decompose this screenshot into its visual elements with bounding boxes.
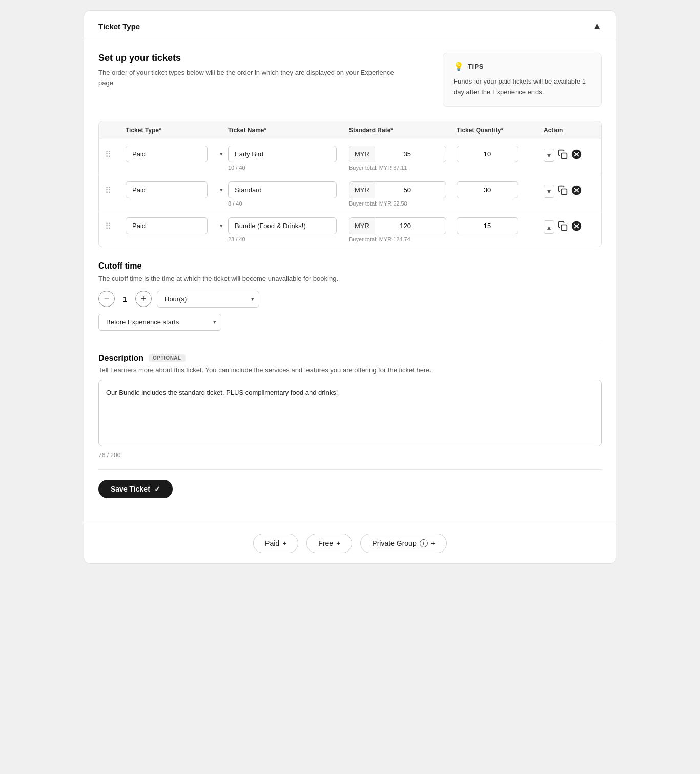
- qty-cell: [457, 146, 544, 162]
- ticket-type-select[interactable]: Paid Free: [126, 217, 208, 234]
- col-rate: Standard Rate*: [349, 127, 457, 134]
- type-select-arrow-icon: ▾: [220, 187, 223, 193]
- save-divider: [98, 469, 602, 470]
- section-divider: [98, 343, 602, 343]
- drag-handle[interactable]: ⠿: [105, 181, 126, 195]
- tips-label: TIPS: [468, 63, 484, 70]
- add-free-button[interactable]: Free +: [306, 534, 352, 553]
- ticket-name-count: 23 / 40: [228, 236, 349, 242]
- col-drag: [105, 127, 126, 134]
- table-row: ⠿ Paid Free ▾ 23 / 40 M: [99, 211, 601, 247]
- remove-button[interactable]: [571, 149, 582, 162]
- period-select[interactable]: Hour(s) Day(s) Week(s): [157, 291, 259, 308]
- ticket-name-cell: 8 / 40: [228, 181, 349, 207]
- row-chevron-button[interactable]: ▾: [544, 149, 554, 162]
- row-chevron-button[interactable]: ▴: [544, 220, 554, 234]
- qty-input[interactable]: [457, 181, 518, 198]
- add-free-plus-icon: +: [336, 539, 340, 547]
- type-select-wrap: Paid Free ▾: [126, 181, 228, 198]
- stepper-decrement-button[interactable]: −: [98, 291, 115, 307]
- rate-input-wrap: MYR: [349, 146, 446, 162]
- type-select-wrap: Paid Free ▾: [126, 146, 228, 162]
- rate-cell: MYR Buyer total: MYR 52.58: [349, 181, 457, 207]
- row-chevron-button[interactable]: ▾: [544, 185, 554, 198]
- save-ticket-button[interactable]: Save Ticket ✓: [98, 480, 173, 498]
- qty-input[interactable]: [457, 146, 518, 162]
- col-type: Ticket Type*: [126, 127, 228, 134]
- drag-handle[interactable]: ⠿: [105, 146, 126, 159]
- type-select-wrap: Paid Free ▾: [126, 217, 228, 234]
- remove-button[interactable]: [571, 185, 582, 198]
- description-textarea[interactable]: Our Bundle includes the standard ticket,…: [98, 380, 602, 446]
- currency-label: MYR: [349, 218, 375, 234]
- rate-input[interactable]: [375, 218, 416, 234]
- rate-cell: MYR Buyer total: MYR 37.11: [349, 146, 457, 171]
- ticket-type-cell: Paid Free ▾: [126, 146, 228, 162]
- table-row: ⠿ Paid Free ▾ 10 / 40 M: [99, 139, 601, 175]
- currency-label: MYR: [349, 146, 375, 162]
- buyer-total: Buyer total: MYR 124.74: [349, 236, 457, 242]
- cutoff-section: Cutoff time The cutoff time is the time …: [98, 261, 602, 331]
- cutoff-title: Cutoff time: [98, 261, 602, 271]
- type-select-arrow-icon: ▾: [220, 222, 223, 229]
- ticket-type-cell: Paid Free ▾: [126, 217, 228, 234]
- svg-rect-0: [562, 153, 567, 158]
- rate-cell: MYR Buyer total: MYR 124.74: [349, 217, 457, 242]
- ticket-name-input[interactable]: [228, 181, 337, 198]
- cutoff-controls: − 1 + Hour(s) Day(s) Week(s) ▾: [98, 291, 602, 308]
- add-paid-button[interactable]: Paid +: [253, 534, 298, 553]
- add-private-group-button[interactable]: Private Group i +: [360, 534, 447, 553]
- description-title: Description: [98, 354, 143, 363]
- rate-input-wrap: MYR: [349, 217, 446, 234]
- collapse-button[interactable]: ▲: [592, 21, 602, 32]
- save-ticket-label: Save Ticket: [111, 485, 150, 493]
- action-cell: ▾: [544, 146, 595, 162]
- qty-cell: [457, 181, 544, 198]
- ticket-type-select[interactable]: Paid Free: [126, 146, 208, 162]
- qty-input[interactable]: [457, 217, 518, 234]
- cutoff-description: The cutoff time is the time at which the…: [98, 275, 602, 282]
- rate-input[interactable]: [375, 182, 416, 198]
- card-footer: Paid + Free + Private Group i +: [84, 523, 616, 563]
- copy-button[interactable]: [558, 221, 568, 234]
- col-action: Action: [544, 127, 595, 134]
- ticket-name-cell: 23 / 40: [228, 217, 349, 242]
- private-group-info-icon: i: [420, 539, 428, 547]
- ticket-name-input[interactable]: [228, 217, 337, 234]
- add-private-plus-icon: +: [431, 539, 435, 547]
- ticket-name-count: 10 / 40: [228, 165, 349, 171]
- type-select-arrow-icon: ▾: [220, 151, 223, 157]
- col-qty: Ticket Quantity*: [457, 127, 544, 134]
- rate-input[interactable]: [375, 146, 416, 162]
- timing-select-wrap: Before Experience starts After Experienc…: [98, 314, 221, 331]
- rate-input-wrap: MYR: [349, 181, 446, 198]
- tips-text: Funds for your paid tickets will be avai…: [454, 76, 591, 98]
- ticket-type-card: Ticket Type ▲ Set up your tickets The or…: [84, 10, 616, 564]
- ticket-name-input[interactable]: [228, 146, 337, 162]
- action-cell: ▴: [544, 217, 595, 234]
- description-hint: Tell Learners more about this ticket. Yo…: [98, 366, 602, 374]
- card-header: Ticket Type ▲: [84, 11, 616, 40]
- ticket-name-cell: 10 / 40: [228, 146, 349, 171]
- setup-description: The order of your ticket types below wil…: [98, 68, 396, 88]
- qty-cell: [457, 217, 544, 234]
- tips-icon: 💡: [454, 62, 464, 71]
- stepper-value: 1: [120, 295, 130, 303]
- setup-section: Set up your tickets The order of your ti…: [98, 53, 602, 107]
- ticket-type-select[interactable]: Paid Free: [126, 181, 208, 198]
- copy-button[interactable]: [558, 149, 568, 162]
- copy-button[interactable]: [558, 185, 568, 198]
- add-paid-plus-icon: +: [282, 539, 286, 547]
- period-select-wrap: Hour(s) Day(s) Week(s) ▾: [157, 291, 259, 308]
- buyer-total: Buyer total: MYR 52.58: [349, 200, 457, 207]
- table-header: Ticket Type* Ticket Name* Standard Rate*…: [99, 121, 601, 139]
- timing-select[interactable]: Before Experience starts After Experienc…: [98, 314, 221, 331]
- stepper-increment-button[interactable]: +: [135, 291, 152, 307]
- drag-handle[interactable]: ⠿: [105, 217, 126, 231]
- remove-button[interactable]: [571, 220, 582, 234]
- tips-box: 💡 TIPS Funds for your paid tickets will …: [443, 53, 602, 107]
- ticket-name-count: 8 / 40: [228, 200, 349, 207]
- tips-header: 💡 TIPS: [454, 62, 591, 71]
- card-title: Ticket Type: [98, 22, 140, 31]
- char-count: 76 / 200: [98, 452, 602, 459]
